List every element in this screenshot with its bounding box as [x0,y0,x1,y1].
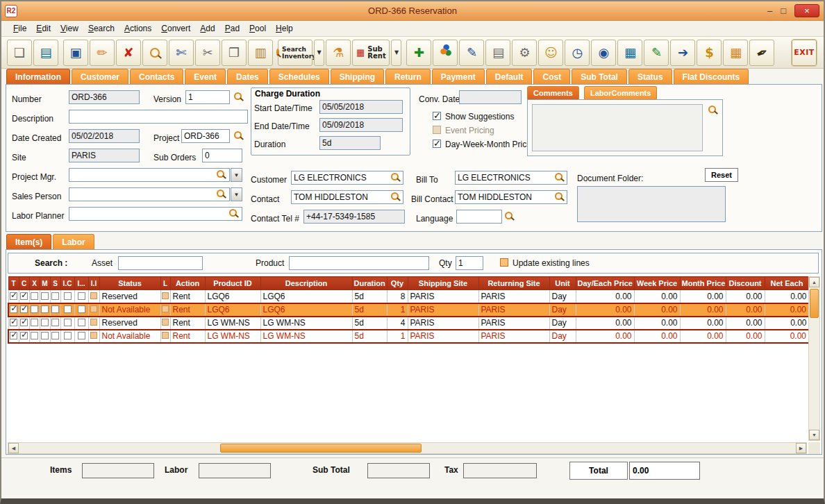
search-inventory-dropdown[interactable]: ▼ [314,40,324,66]
row-checkbox[interactable] [41,319,49,326]
pool-button[interactable]: ● [433,40,458,66]
product-input[interactable] [289,256,429,270]
row-checkbox[interactable] [41,292,49,300]
contact-field[interactable] [291,190,403,204]
row-checkbox[interactable] [51,292,59,300]
col-net-each[interactable]: Net Each [765,277,809,290]
copy-button[interactable]: ❐ [222,40,247,66]
labor-planner-search-icon[interactable] [229,209,237,217]
asset-input[interactable] [118,256,203,270]
row-checkbox[interactable] [10,332,17,339]
find-button[interactable] [142,40,167,66]
row-checkbox[interactable] [10,305,17,313]
tab-contacts[interactable]: Contacts [130,69,183,84]
scroll-down-arrow[interactable]: ▼ [809,430,819,440]
site-field[interactable] [69,149,140,162]
sub-rent-dropdown[interactable]: ▼ [391,40,401,66]
row-checkbox[interactable] [20,305,28,313]
tax-field[interactable] [463,463,537,478]
bill-contact-search-icon[interactable] [555,192,562,200]
tab-event[interactable]: Event [185,69,226,84]
tab-shipping[interactable]: Shipping [331,69,384,84]
col-m[interactable]: M [40,277,50,290]
items-total-field[interactable] [82,463,154,478]
maximize-button[interactable]: □ [781,6,786,16]
menu-help[interactable]: Help [271,22,298,35]
bill-contact-field[interactable] [455,190,567,204]
col-description[interactable]: Description [260,277,352,290]
cards-button[interactable]: ▤ [485,40,510,66]
col-week-price[interactable]: Week Price [634,277,680,290]
qty-input[interactable] [456,256,483,270]
sub-total-field[interactable] [367,463,430,478]
notes-button[interactable]: ✎ [644,40,669,66]
version-search-icon[interactable] [234,92,242,100]
col-c[interactable]: C [19,277,29,290]
language-field[interactable] [456,210,502,224]
cut-record-button[interactable]: ✄ [169,40,194,66]
menu-file[interactable]: File [8,22,31,35]
row-checkbox[interactable] [51,332,59,339]
col-x[interactable]: X [29,277,40,290]
minimize-button[interactable]: – [767,6,772,16]
sales-person-field[interactable] [69,187,230,201]
conv-date-field[interactable] [459,90,522,104]
print-setup-button[interactable]: ⚙ [512,40,537,66]
row-checkbox[interactable] [64,332,72,339]
save-button[interactable]: ▣ [63,40,88,66]
row-checkbox[interactable] [64,305,72,313]
exit-button[interactable]: EXIT [792,40,817,66]
tab-labor-comments[interactable]: LaborComments [584,86,657,99]
scroll-left-arrow[interactable]: ◀ [8,443,19,453]
tab-labor[interactable]: Labor [53,234,94,249]
col-ic[interactable]: I.C [60,277,74,290]
description-field[interactable] [69,110,248,124]
new-document-button[interactable]: ❏ [7,40,32,66]
bill-to-search-icon[interactable] [555,173,562,180]
language-search-icon[interactable] [505,212,512,219]
row-checkbox[interactable] [31,292,38,300]
row-checkbox[interactable] [20,319,28,326]
tab-status[interactable]: Status [628,69,672,84]
tab-schedules[interactable]: Schedules [269,69,329,84]
row-checkbox[interactable] [51,305,59,313]
row-checkbox[interactable] [20,332,28,339]
row-checkbox[interactable] [41,332,49,339]
row-checkbox[interactable] [31,319,38,326]
vertical-scrollbar[interactable]: ▲ ▼ [808,276,820,441]
crates-button[interactable]: ▦ [723,40,748,66]
tab-customer[interactable]: Customer [72,69,128,84]
show-suggestions-checkbox[interactable] [433,112,441,120]
row-checkbox[interactable] [51,319,59,326]
reset-button[interactable]: Reset [705,168,738,182]
project-field[interactable] [181,129,230,143]
add-line-button[interactable]: ✚ [406,40,431,66]
col-status[interactable]: Status [99,277,160,290]
event-pricing-checkbox[interactable] [433,126,441,134]
sub-orders-field[interactable] [202,149,242,162]
document-folder-box[interactable] [577,186,726,222]
smiley-button[interactable]: ☺ [538,40,563,66]
bill-to-field[interactable] [455,171,567,185]
comments-textarea[interactable] [532,104,703,151]
disc-button[interactable]: ◉ [591,40,616,66]
project-mgr-search-icon[interactable] [217,170,224,178]
money-button[interactable]: $ [697,40,722,66]
cube-button[interactable]: ▦ [617,40,642,66]
day-week-month-checkbox[interactable] [433,140,441,148]
clock-button[interactable]: ◷ [565,40,590,66]
row-checkbox[interactable] [20,292,28,300]
col-day-each-price[interactable]: Day/Each Price [576,277,634,290]
menu-edit[interactable]: Edit [31,22,56,35]
col-idots[interactable]: I... [74,277,88,290]
transfer-button[interactable]: ➔ [670,40,695,66]
project-mgr-field[interactable] [69,168,230,182]
col-l[interactable]: L [160,277,170,290]
paste-button[interactable]: ▥ [248,40,273,66]
edit-note-button[interactable]: ✎ [459,40,484,66]
contact-search-icon[interactable] [391,192,399,200]
table-row-unavailable[interactable]: Not Available Rent LG WM-NS LG WM-NS 5d … [8,330,809,343]
tab-items[interactable]: Item(s) [6,234,51,249]
menu-add[interactable]: Add [195,22,219,35]
col-shipping-site[interactable]: Shipping Site [408,277,478,290]
